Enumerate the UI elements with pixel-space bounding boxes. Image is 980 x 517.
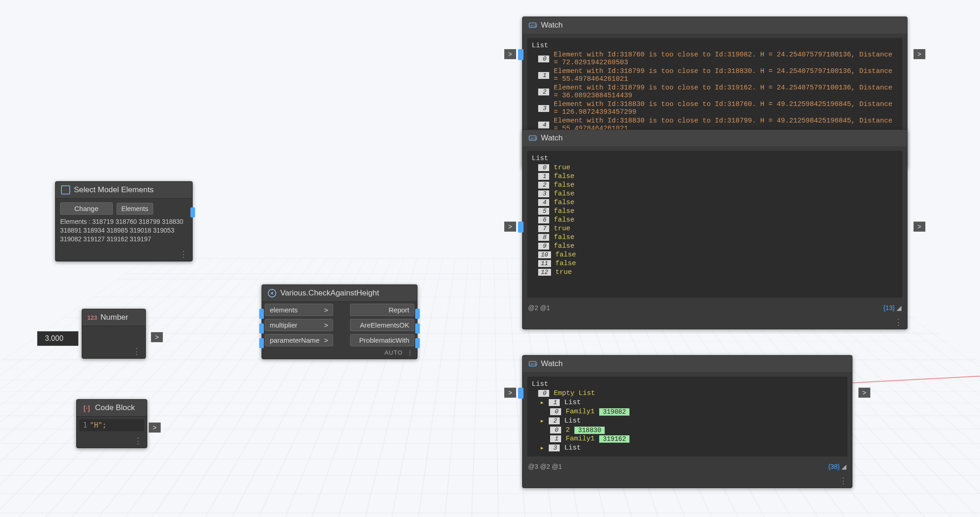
node-header[interactable]: ab12 Watch bbox=[523, 17, 907, 33]
node-number[interactable]: 123 Number > ⋮ bbox=[82, 309, 146, 359]
node-header[interactable]: 123 Number bbox=[82, 309, 145, 326]
node-header[interactable]: Various.CheckAgainstHeight bbox=[262, 285, 417, 302]
list-item: 02318830 bbox=[532, 426, 843, 434]
item-value: Element with Id:318799 is too close to I… bbox=[554, 67, 898, 83]
output-port-problematicwith[interactable]: ProblematicWith bbox=[350, 334, 414, 346]
item-index: 0 bbox=[538, 56, 549, 62]
item-index: 2 bbox=[538, 89, 549, 95]
item-index: 1 bbox=[550, 435, 561, 442]
watch-body[interactable]: List 0Element with Id:318760 is too clos… bbox=[527, 38, 902, 137]
list-item: 2false bbox=[532, 181, 898, 189]
input-port-parametername[interactable]: parameterName> bbox=[265, 334, 333, 346]
input-port-elements[interactable]: elements> bbox=[265, 304, 333, 316]
item-value: Family1 bbox=[566, 435, 595, 443]
output-port-areelementsok[interactable]: AreElementsOK bbox=[350, 319, 414, 331]
port-knob-out-3[interactable] bbox=[415, 338, 420, 348]
node-header[interactable]: [·] Code Block bbox=[77, 400, 147, 417]
node-watch-problematicwith[interactable]: ab12 Watch > > List 0Empty List▸1List0Fa… bbox=[522, 355, 852, 488]
port-knob-out-2[interactable] bbox=[415, 323, 420, 334]
node-select-model-elements[interactable]: Select Model Elements Change Elements El… bbox=[55, 181, 193, 261]
element-id-tag[interactable]: 319082 bbox=[599, 408, 629, 416]
output-port-elements[interactable]: Elements bbox=[117, 203, 153, 215]
item-index: 7 bbox=[538, 225, 549, 232]
number-icon: 123 bbox=[88, 313, 97, 322]
watch-body[interactable]: List 0Empty List▸1List0Family1319082▸2Li… bbox=[527, 377, 847, 456]
number-input[interactable] bbox=[37, 331, 78, 346]
item-index: 3 bbox=[538, 190, 549, 197]
list-item: 10false bbox=[532, 250, 898, 259]
input-port[interactable]: > bbox=[504, 388, 516, 398]
node-menu[interactable]: ⋮ bbox=[82, 345, 145, 358]
list-item: 9false bbox=[532, 242, 898, 250]
node-header[interactable]: ab12 Watch bbox=[523, 130, 907, 146]
item-index: 3 bbox=[538, 105, 549, 112]
output-port[interactable]: > bbox=[858, 388, 870, 398]
code-line[interactable]: 1 "H"; bbox=[79, 419, 144, 431]
item-index: 0 bbox=[550, 427, 561, 434]
item-value: false bbox=[556, 260, 576, 267]
node-check-against-height[interactable]: Various.CheckAgainstHeight elements> mul… bbox=[262, 284, 418, 359]
node-header[interactable]: ab12 Watch bbox=[523, 356, 852, 372]
list-item: 3false bbox=[532, 189, 898, 198]
node-menu[interactable]: ⋮ bbox=[56, 247, 192, 261]
list-item: 8false bbox=[532, 233, 898, 242]
item-value: false bbox=[554, 172, 574, 180]
node-menu[interactable]: ⋮ bbox=[77, 434, 147, 448]
list-item: 1Element with Id:318799 is too close to … bbox=[532, 67, 898, 83]
expand-icon[interactable]: ▸ bbox=[538, 444, 544, 452]
port-knob-in[interactable] bbox=[518, 222, 523, 233]
item-index: 1 bbox=[549, 399, 560, 406]
port-knob-out[interactable] bbox=[190, 207, 195, 217]
svg-text:ab12: ab12 bbox=[530, 23, 537, 28]
item-value: Element with Id:318760 is too close to I… bbox=[554, 51, 898, 67]
item-index: 0 bbox=[550, 408, 561, 415]
code-text: "H"; bbox=[90, 421, 106, 429]
input-port[interactable]: > bbox=[504, 222, 516, 232]
item-index: 6 bbox=[538, 217, 549, 223]
list-item: 6false bbox=[532, 216, 898, 224]
line-number: 1 bbox=[83, 421, 87, 429]
port-knob-in[interactable] bbox=[518, 388, 523, 399]
port-knob-in-2[interactable] bbox=[259, 323, 264, 334]
wire-layer bbox=[0, 0, 138, 69]
input-port[interactable]: > bbox=[504, 49, 516, 59]
node-title: Various.CheckAgainstHeight bbox=[280, 289, 379, 298]
svg-text:ab12: ab12 bbox=[530, 362, 537, 366]
item-index: 2 bbox=[549, 417, 560, 424]
node-header[interactable]: Select Model Elements bbox=[56, 182, 192, 199]
output-port[interactable]: > bbox=[913, 49, 925, 59]
port-knob-in[interactable] bbox=[518, 49, 523, 60]
list-item: 1Family1319162 bbox=[532, 434, 843, 443]
node-title: Watch bbox=[541, 133, 563, 143]
item-label: List bbox=[564, 417, 581, 425]
list-item: ▸3List bbox=[532, 443, 843, 453]
watch-icon: ab12 bbox=[528, 133, 537, 143]
item-value: Empty List bbox=[554, 389, 595, 397]
port-knob-in-1[interactable] bbox=[259, 309, 264, 319]
output-port[interactable]: > bbox=[151, 332, 163, 342]
expand-icon[interactable]: ▸ bbox=[538, 417, 544, 425]
output-port[interactable]: > bbox=[913, 222, 925, 232]
output-port[interactable]: > bbox=[149, 422, 161, 433]
node-watch-areelementsok[interactable]: ab12 Watch > > List 0true1false2false3fa… bbox=[522, 129, 908, 329]
node-code-block[interactable]: [·] Code Block 1 "H"; > ⋮ bbox=[76, 399, 147, 448]
watch-body[interactable]: List 0true1false2false3false4false5false… bbox=[527, 151, 902, 298]
item-value: false bbox=[554, 242, 574, 250]
port-knob-in-3[interactable] bbox=[259, 338, 264, 348]
element-id-tag[interactable]: 319162 bbox=[599, 435, 629, 443]
node-menu[interactable]: ⋮ bbox=[523, 474, 852, 488]
input-port-multiplier[interactable]: multiplier> bbox=[265, 319, 333, 331]
list-item: 5false bbox=[532, 207, 898, 216]
selection-icon bbox=[61, 185, 70, 195]
list-item: 0Element with Id:318760 is too close to … bbox=[532, 50, 898, 67]
node-menu[interactable]: ⋮ bbox=[523, 315, 907, 329]
list-item: 4false bbox=[532, 198, 898, 207]
expand-icon[interactable]: ▸ bbox=[538, 398, 544, 407]
lacing-label[interactable]: AUTO ⋮ bbox=[262, 348, 417, 359]
port-knob-out-1[interactable] bbox=[415, 309, 420, 319]
item-value: false bbox=[554, 199, 574, 206]
output-port-report[interactable]: Report bbox=[350, 304, 414, 316]
element-id-tag[interactable]: 318830 bbox=[574, 427, 605, 434]
change-button[interactable]: Change bbox=[60, 202, 113, 215]
item-index: 10 bbox=[538, 251, 551, 258]
